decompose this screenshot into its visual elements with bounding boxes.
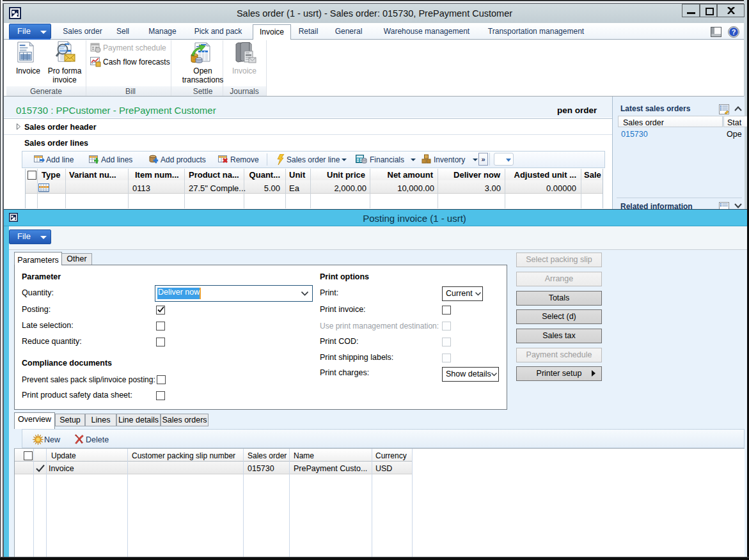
svg-text:?: ? [732, 28, 736, 36]
